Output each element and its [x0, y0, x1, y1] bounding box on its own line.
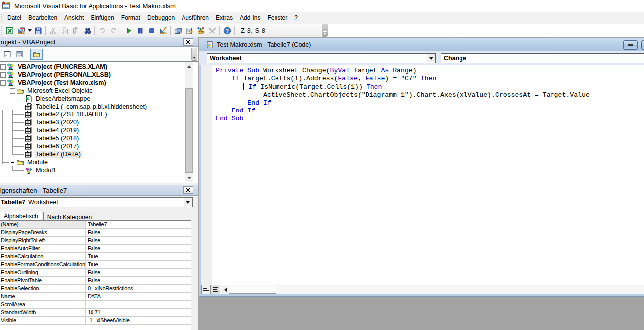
code-line[interactable]: ActiveSheet.ChartObjects("Diagramm 1").C…: [216, 91, 644, 99]
scrollbar-thumb[interactable]: [229, 286, 276, 294]
help-button[interactable]: [221, 25, 233, 36]
dropdown-arrow-icon[interactable]: [184, 198, 192, 206]
property-row[interactable]: Name DATA: [0, 293, 191, 301]
collapse-minus-icon[interactable]: [10, 88, 15, 94]
menu-item-hilfe[interactable]: ?: [291, 12, 301, 23]
code-window-titlebar[interactable]: Test Makro.xlsm - Tabelle7 (Code): [199, 38, 644, 51]
collapse-minus-icon[interactable]: [0, 80, 6, 86]
view-object-button[interactable]: [13, 49, 26, 60]
tree-item-tabelle7[interactable]: Tabelle7 (DATA): [0, 150, 198, 158]
insert-userform-dropdown[interactable]: [27, 25, 32, 36]
insert-userform-button[interactable]: [15, 25, 27, 36]
object-dropdown[interactable]: Worksheet: [207, 53, 436, 63]
menu-item-datei[interactable]: Datei: [4, 12, 25, 23]
tree-item-diesearbeitsmappe[interactable]: DieseArbeitsmappe: [0, 95, 198, 103]
run-button[interactable]: [123, 25, 134, 36]
design-mode-button[interactable]: [157, 25, 169, 36]
project-panel-titlebar[interactable]: Projekt - VBAProject: [0, 37, 198, 47]
property-row[interactable]: ScrollArea: [0, 301, 191, 309]
save-button[interactable]: [32, 25, 44, 36]
procedure-dropdown[interactable]: Change: [441, 53, 644, 63]
tree-item-modul1[interactable]: Modul1: [0, 166, 198, 174]
scroll-left-icon[interactable]: [222, 286, 229, 294]
code-line[interactable]: If Target.Cells(1).Address(False, False)…: [216, 75, 644, 83]
property-row[interactable]: DisplayPageBreaks False: [0, 229, 191, 237]
collapse-minus-icon[interactable]: [10, 160, 15, 165]
tree-item-tabelle4[interactable]: Tabelle4 (2019): [0, 126, 198, 134]
property-row[interactable]: EnableCalculation True: [0, 253, 191, 261]
toggle-folders-button[interactable]: [30, 49, 43, 60]
property-row[interactable]: Visible -1 - xlSheetVisible: [0, 317, 191, 325]
menu-item-ansicht[interactable]: Ansicht: [61, 12, 87, 23]
tree-item-module-folder[interactable]: Module: [0, 158, 198, 166]
project-tree-scrollbar[interactable]: [185, 62, 193, 182]
properties-panel-titlebar[interactable]: Eigenschaften - Tabelle7: [0, 185, 198, 196]
properties-object-dropdown[interactable]: Tabelle7 Worksheet: [0, 197, 193, 207]
tree-item-tabelle1[interactable]: Tabelle1 (_com.sap.ip.bi.xl.hiddensheet): [0, 103, 198, 110]
menu-item-fenster[interactable]: Fenster: [264, 12, 291, 23]
redo-button[interactable]: [108, 25, 119, 36]
find-button[interactable]: [82, 25, 93, 36]
property-row[interactable]: (Name) Tabelle7: [0, 221, 191, 229]
project-panel-close-button[interactable]: [183, 38, 193, 46]
procedure-view-button[interactable]: [201, 285, 211, 294]
menu-item-add-ins[interactable]: Add-Ins: [236, 12, 264, 23]
dropdown-arrow-icon[interactable]: [427, 54, 435, 62]
property-row[interactable]: EnableFormatConditionsCalculation True: [0, 261, 191, 269]
full-module-view-button[interactable]: [211, 285, 220, 294]
undo-button[interactable]: [96, 25, 108, 36]
menu-item-einfuegen[interactable]: Einfügen: [87, 12, 117, 23]
property-row[interactable]: EnableAutoFilter False: [0, 245, 191, 253]
property-row[interactable]: EnableOutlining False: [0, 269, 191, 277]
property-row[interactable]: DisplayRightToLeft False: [0, 237, 191, 245]
object-browser-button[interactable]: [195, 25, 206, 36]
tree-item-vbaproject-funcres[interactable]: VBAProject (FUNCRES.XLAM): [0, 63, 198, 71]
copy-button[interactable]: [59, 25, 70, 36]
stop-button[interactable]: [146, 25, 157, 36]
property-row[interactable]: EnablePivotTable False: [0, 277, 191, 285]
tab-nach-kategorien[interactable]: Nach Kategorien: [43, 212, 95, 220]
menu-item-bearbeiten[interactable]: Bearbeiten: [25, 12, 61, 23]
code-window-maximize-button[interactable]: [641, 40, 644, 50]
tree-item-vbaproject-personal[interactable]: VBAProject (PERSONAL.XLSB): [0, 71, 198, 79]
toolbar-grip[interactable]: [0, 26, 3, 35]
tab-alphabetisch[interactable]: Alphabetisch: [0, 211, 42, 220]
tree-item-tabelle5[interactable]: Tabelle5 (2018): [0, 134, 198, 142]
tree-item-excel-objekte[interactable]: Microsoft Excel Objekte: [0, 87, 198, 95]
toolbar-options-button[interactable]: [322, 24, 328, 37]
project-toolbar-options-button[interactable]: [191, 48, 197, 61]
code-line[interactable]: If IsNumeric(Target.Cells(1)) Then: [216, 83, 644, 91]
toolbox-button[interactable]: [206, 25, 218, 36]
properties-panel-close-button[interactable]: [183, 186, 193, 194]
tree-item-vbaproject-test-makro[interactable]: VBAProject (Test Makro.xlsm): [0, 79, 198, 87]
scroll-up-icon[interactable]: [185, 62, 193, 71]
expand-plus-icon[interactable]: [0, 64, 6, 70]
project-explorer-button[interactable]: [172, 25, 184, 36]
code-window-minimize-button[interactable]: [623, 40, 638, 50]
menu-item-ausfuehren[interactable]: Ausführen: [178, 12, 212, 23]
scroll-down-icon[interactable]: [185, 174, 193, 182]
tree-item-tabelle6[interactable]: Tabelle6 (2017): [0, 142, 198, 150]
menu-item-extras[interactable]: Extras: [212, 12, 236, 23]
cut-button[interactable]: [47, 25, 59, 36]
property-row[interactable]: EnableSelection 0 - xlNoRestrictions: [0, 285, 191, 293]
code-line[interactable]: End Sub: [216, 115, 644, 123]
code-line[interactable]: End If: [216, 99, 644, 107]
scrollbar-thumb[interactable]: [185, 88, 193, 173]
paste-button[interactable]: [70, 25, 82, 36]
code-margin-indicator-bar[interactable]: [201, 65, 212, 285]
tree-item-tabelle2[interactable]: Tabelle2 (ZST 10 JAHRE): [0, 110, 198, 118]
pause-button[interactable]: [134, 25, 146, 36]
view-microsoft-excel-button[interactable]: [4, 25, 15, 36]
properties-window-button[interactable]: [184, 25, 195, 36]
tree-item-tabelle3[interactable]: Tabelle3 (2020): [0, 118, 198, 126]
menubar-grip[interactable]: [0, 14, 3, 22]
code-text[interactable]: Private Sub Worksheet_Change(ByVal Targe…: [212, 65, 644, 285]
expand-plus-icon[interactable]: [0, 72, 6, 78]
menu-item-debuggen[interactable]: Debuggen: [144, 12, 178, 23]
menu-item-format[interactable]: Format: [118, 12, 144, 23]
code-line[interactable]: End If: [216, 107, 644, 115]
view-code-button[interactable]: [1, 49, 13, 60]
code-line[interactable]: Private Sub Worksheet_Change(ByVal Targe…: [216, 67, 644, 75]
property-row[interactable]: StandardWidth 10,71: [0, 309, 191, 317]
